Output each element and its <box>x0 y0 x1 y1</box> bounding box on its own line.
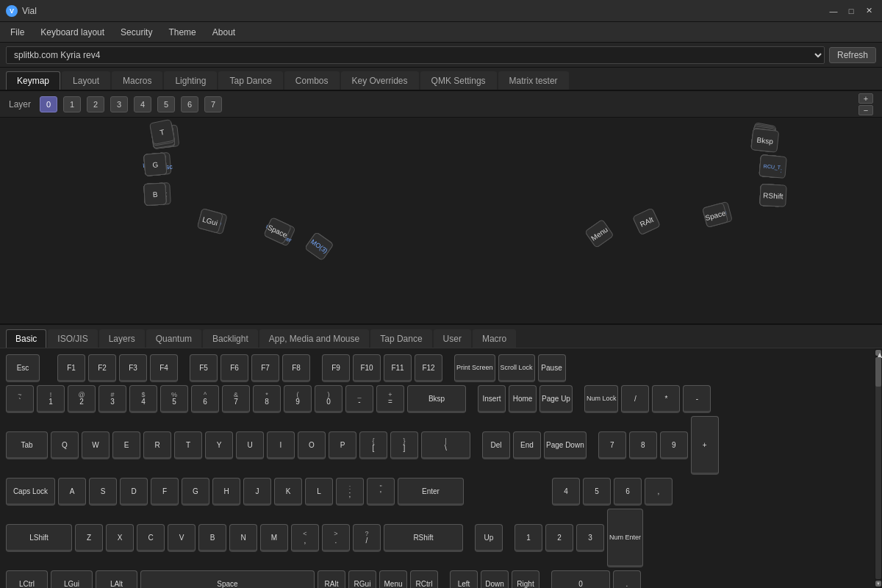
key-f6[interactable]: F6 <box>220 354 248 382</box>
key-num-lock[interactable]: Num Lock <box>584 385 619 413</box>
key-period-bottom[interactable]: >. <box>322 524 350 552</box>
menu-keyboard-layout[interactable]: Keyboard layout <box>33 24 112 40</box>
key-f1[interactable]: F1 <box>57 354 85 382</box>
tab-app-media-mouse[interactable]: App, Media and Mouse <box>259 329 369 348</box>
key-q-bottom[interactable]: Q <box>51 431 79 459</box>
key-ralt-bottom[interactable]: RAlt <box>318 570 345 588</box>
key-tab-bottom[interactable]: Tab <box>6 431 48 459</box>
key-space-bottom[interactable]: Space <box>140 570 315 588</box>
key-num-5[interactable]: 5 <box>583 478 611 506</box>
key-8[interactable]: *8 <box>253 385 281 413</box>
key-bksp[interactable]: Bksp <box>750 128 779 153</box>
key-f8[interactable]: F8 <box>282 354 310 382</box>
key-x-bottom[interactable]: X <box>106 524 134 552</box>
key-f5[interactable]: F5 <box>190 354 218 382</box>
key-tilde[interactable]: ~` <box>6 385 34 413</box>
tab-combos[interactable]: Combos <box>284 71 340 90</box>
key-minus[interactable]: _- <box>345 385 373 413</box>
tab-backlight[interactable]: Backlight <box>203 329 258 348</box>
key-f9[interactable]: F9 <box>322 354 350 382</box>
key-7[interactable]: &7 <box>222 385 250 413</box>
key-num-6[interactable]: 6 <box>614 478 642 506</box>
layer-1-button[interactable]: 1 <box>63 96 81 112</box>
key-num-enter[interactable]: Num Enter <box>607 509 643 567</box>
key-comma-bottom[interactable]: <, <box>291 524 319 552</box>
layer-2-button[interactable]: 2 <box>87 96 104 112</box>
key-5[interactable]: %5 <box>160 385 188 413</box>
key-backspace[interactable]: Bksp <box>407 385 466 413</box>
key-rctrl[interactable]: RCtrl <box>410 570 438 588</box>
key-quote[interactable]: "' <box>367 478 395 506</box>
key-w-bottom[interactable]: W <box>82 431 110 459</box>
key-f7[interactable]: F7 <box>251 354 279 382</box>
key-menu[interactable]: Menu <box>584 219 614 248</box>
key-c-bottom[interactable]: C <box>137 524 165 552</box>
key-num-4[interactable]: 4 <box>552 478 580 506</box>
key-f12[interactable]: F12 <box>415 354 442 382</box>
layer-6-button[interactable]: 6 <box>181 96 198 112</box>
key-u-bottom[interactable]: U <box>236 431 264 459</box>
key-d-bottom[interactable]: D <box>120 478 148 506</box>
key-up[interactable]: Up <box>475 524 503 552</box>
key-m-bottom[interactable]: M <box>260 524 288 552</box>
key-g-bottom[interactable]: G <box>182 478 209 506</box>
key-h-bottom[interactable]: H <box>212 478 240 506</box>
scrollbar-down-arrow[interactable]: ▼ <box>875 581 881 587</box>
tab-basic[interactable]: Basic <box>6 329 46 348</box>
layer-3-button[interactable]: 3 <box>110 96 128 112</box>
key-num-9[interactable]: 9 <box>660 431 688 459</box>
key-page-up[interactable]: Page Up <box>539 385 573 413</box>
key-9[interactable]: (9 <box>284 385 312 413</box>
key-num-8[interactable]: 8 <box>629 431 657 459</box>
key-num-2[interactable]: 2 <box>545 524 573 552</box>
tab-macro[interactable]: Macro <box>473 329 516 348</box>
key-n-bottom[interactable]: N <box>229 524 257 552</box>
tab-matrix-tester[interactable]: Matrix tester <box>498 71 569 90</box>
key-esc[interactable]: Esc <box>6 354 40 382</box>
tab-qmk-settings[interactable]: QMK Settings <box>420 71 497 90</box>
scrollbar[interactable]: ▲ ▼ <box>875 348 882 588</box>
key-grid-container[interactable]: Esc F1 F2 F3 F4 F5 F6 F7 F8 F9 F10 <box>0 348 875 588</box>
key-k-bottom[interactable]: K <box>274 478 302 506</box>
menu-theme[interactable]: Theme <box>161 24 203 40</box>
key-r-bottom[interactable]: R <box>143 431 171 459</box>
key-equals[interactable]: += <box>376 385 404 413</box>
key-e-bottom[interactable]: E <box>112 431 140 459</box>
key-o-bottom[interactable]: O <box>298 431 326 459</box>
key-rgui-bottom[interactable]: RGui <box>348 570 376 588</box>
key-insert[interactable]: Insert <box>478 385 506 413</box>
key-b-bottom[interactable]: B <box>198 524 226 552</box>
tab-keymap[interactable]: Keymap <box>6 71 60 90</box>
key-p-bottom[interactable]: P <box>329 431 356 459</box>
key-j-bottom[interactable]: J <box>243 478 271 506</box>
layer-add-button[interactable]: + <box>858 93 873 104</box>
key-s-bottom[interactable]: S <box>89 478 117 506</box>
tab-iso-jis[interactable]: ISO/JIS <box>48 329 97 348</box>
key-lgui-bottom[interactable]: LGui <box>51 570 93 588</box>
key-lalt[interactable]: LAlt <box>96 570 137 588</box>
tab-macros[interactable]: Macros <box>112 71 162 90</box>
key-g[interactable]: G <box>143 152 168 176</box>
key-ralt[interactable]: RAlt <box>632 207 661 235</box>
device-selector[interactable]: splitkb.com Kyria rev4 <box>6 46 825 64</box>
key-home[interactable]: Home <box>509 385 537 413</box>
key-left[interactable]: Left <box>450 570 478 588</box>
key-4[interactable]: $4 <box>129 385 157 413</box>
scrollbar-up-arrow[interactable]: ▲ <box>875 350 881 356</box>
key-menu-bottom[interactable]: Menu <box>379 570 407 588</box>
key-num-comma[interactable]: , <box>645 478 673 506</box>
key-end[interactable]: End <box>513 431 541 459</box>
key-num-plus[interactable]: + <box>691 416 719 475</box>
key-scroll-lock[interactable]: Scroll Lock <box>498 354 535 382</box>
key-a-bottom[interactable]: A <box>58 478 86 506</box>
key-mo3[interactable]: MO(3) <box>304 232 334 261</box>
tab-layers[interactable]: Layers <box>99 329 145 348</box>
refresh-button[interactable]: Refresh <box>829 47 876 63</box>
key-num-slash[interactable]: / <box>621 385 649 413</box>
key-lshift-bottom[interactable]: LShift <box>6 524 72 552</box>
menu-security[interactable]: Security <box>113 24 159 40</box>
layer-5-button[interactable]: 5 <box>157 96 175 112</box>
tab-quantum[interactable]: Quantum <box>146 329 201 348</box>
key-0[interactable]: )0 <box>315 385 343 413</box>
layer-remove-button[interactable]: − <box>858 105 873 115</box>
